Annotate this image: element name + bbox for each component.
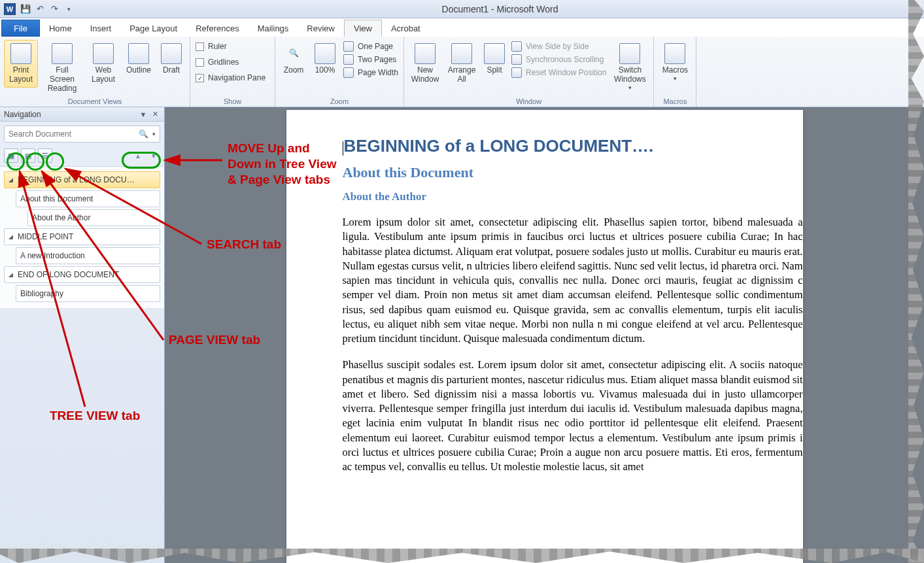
zoom-100-icon [315,43,335,64]
search-input[interactable] [9,129,135,139]
tree-item[interactable]: About the Author [27,209,160,226]
print-layout-button[interactable]: Print Layout [4,40,38,88]
tree-item[interactable]: ◢END OF LONG DOCUMENT [4,266,160,283]
split-icon [484,43,505,64]
body-paragraph: Phasellus suscipit sodales est. Lorem ip… [343,358,803,474]
macros-button[interactable]: Macros▾ [658,40,692,85]
arrange-all-button[interactable]: Arrange All [445,40,479,88]
group-label-document-views: Document Views [4,96,186,105]
file-tab[interactable]: File [1,20,40,37]
tab-references[interactable]: References [186,20,248,37]
side-by-side-icon [511,41,522,52]
ribbon-tabs: File Home Insert Page Layout References … [0,18,924,37]
ribbon: Print Layout Full Screen Reading Web Lay… [0,37,924,107]
qat-save-icon[interactable]: 💾 [18,2,33,16]
sync-scroll-icon [511,54,522,65]
group-label-window: Window [408,96,649,105]
outline-label: Outline [126,66,151,75]
full-screen-icon [52,43,73,64]
group-label-show: Show [194,96,271,105]
nav-tab-page-view[interactable]: ▤ [21,148,35,163]
nav-tab-tree-view[interactable]: ▦ [4,148,18,163]
arrange-icon [451,43,472,64]
switch-windows-icon [619,43,640,64]
zoom-100-button[interactable]: 100% [311,40,339,78]
ruler-checkbox[interactable]: Ruler [194,40,228,53]
print-layout-icon [10,43,31,64]
page-width-icon [343,67,354,78]
reset-window-position-button: Reset Window Position [510,66,607,79]
web-layout-label: Web Layout [88,66,118,84]
two-pages-icon [343,54,354,65]
body-paragraph: Lorem ipsum dolor sit amet, consectetur … [343,215,803,346]
qat-undo-icon[interactable]: ↶ [33,2,47,16]
full-screen-reading-button[interactable]: Full Screen Reading [41,40,84,96]
macros-icon [664,43,685,64]
reset-pos-icon [511,67,522,78]
caret-icon: ◢ [9,271,15,278]
document-canvas: BEGINNING of a LONG DOCUMENT…. About thi… [165,107,924,563]
qat-customize-icon[interactable]: ▾ [61,2,76,16]
navigation-pane-checkbox[interactable]: ✓Navigation Pane [194,71,267,84]
nav-dropdown-icon[interactable]: ▼ [138,109,148,120]
search-icon[interactable]: 🔍 [139,129,148,139]
view-side-by-side-button: View Side by Side [510,40,607,53]
navigation-title: Navigation [4,110,41,119]
nav-close-icon[interactable]: ✕ [150,109,160,120]
tab-view[interactable]: View [344,20,382,37]
new-window-icon [415,43,436,64]
full-screen-label: Full Screen Reading [43,66,82,93]
navigation-tree: ◢BEGINNING of a LONG DOCU… About this Do… [0,166,164,308]
synchronous-scrolling-button: Synchronous Scrolling [510,53,607,66]
navigation-pane: Navigation ▼ ✕ 🔍 ▾ ▦ ▤ ☰ ▲ ▼ ◢BEGINNING … [0,107,165,563]
nav-tab-search-results[interactable]: ☰ [38,148,52,163]
tree-item[interactable]: ◢MIDDLE POINT [4,228,160,245]
new-window-button[interactable]: New Window [408,40,442,88]
outline-button[interactable]: Outline [123,40,154,78]
draft-icon [161,43,182,64]
tab-home[interactable]: Home [40,20,81,37]
nav-prev-button[interactable]: ▲ [132,150,144,162]
search-box[interactable]: 🔍 ▾ [4,126,160,143]
zoom-button[interactable]: 🔍Zoom [279,40,308,78]
web-layout-button[interactable]: Web Layout [86,40,120,88]
tree-item[interactable]: ◢BEGINNING of a LONG DOCU… [4,171,160,188]
search-dropdown-icon[interactable]: ▾ [152,131,156,137]
tree-item[interactable]: About this Document [16,190,160,207]
draft-label: Draft [163,66,180,75]
one-page-button[interactable]: One Page [342,40,400,53]
tree-item[interactable]: A new Introduction [16,247,160,264]
caret-icon: ◢ [9,233,15,240]
tab-review[interactable]: Review [298,20,344,37]
heading-2: About this Document [343,164,803,181]
tab-insert[interactable]: Insert [81,20,121,37]
nav-next-button[interactable]: ▼ [148,150,160,162]
heading-1: BEGINNING of a LONG DOCUMENT…. [343,136,803,156]
group-label-zoom: Zoom [279,96,400,105]
tab-page-layout[interactable]: Page Layout [120,20,186,37]
group-label-macros: Macros [658,96,692,105]
outline-icon [128,43,149,64]
document-page[interactable]: BEGINNING of a LONG DOCUMENT…. About thi… [286,110,803,563]
web-layout-icon [93,43,114,64]
tab-acrobat[interactable]: Acrobat [382,20,430,37]
two-pages-button[interactable]: Two Pages [342,53,400,66]
draft-button[interactable]: Draft [157,40,186,78]
qat-redo-icon[interactable]: ↷ [47,2,61,16]
page-width-button[interactable]: Page Width [342,66,400,79]
word-app-icon: W [4,3,16,15]
tree-item[interactable]: Bibliography [16,285,160,302]
title-bar: W 💾 ↶ ↷ ▾ Document1 - Microsoft Word [0,0,924,18]
magnifier-icon: 🔍 [283,43,304,64]
tab-mailings[interactable]: Mailings [248,20,298,37]
heading-3: About the Author [343,190,803,203]
print-layout-label: Print Layout [6,66,36,84]
switch-windows-button[interactable]: Switch Windows▾ [610,40,649,94]
gridlines-checkbox[interactable]: Gridlines [194,56,240,69]
split-button[interactable]: Split [481,40,507,78]
check-icon: ✓ [196,74,204,82]
window-title: Document1 - Microsoft Word [76,4,924,14]
one-page-icon [343,41,354,52]
caret-icon: ◢ [9,177,15,183]
